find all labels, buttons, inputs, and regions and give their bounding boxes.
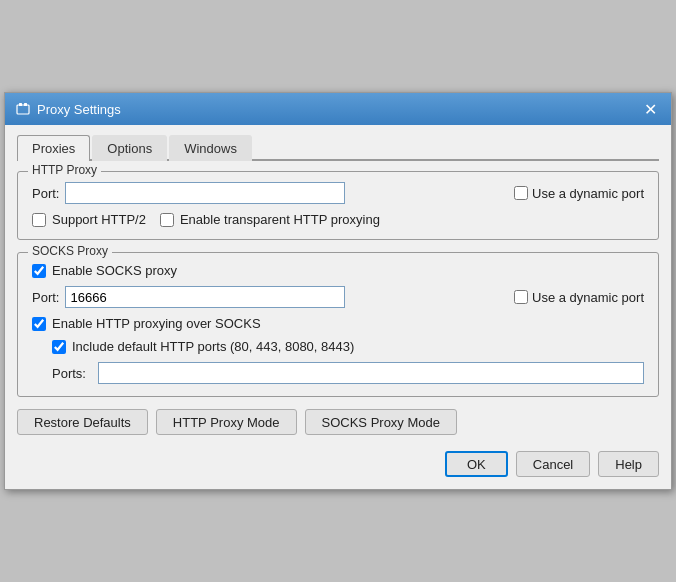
svg-rect-0 [17, 105, 29, 114]
socks-proxy-legend: SOCKS Proxy [28, 244, 112, 258]
enable-socks-label: Enable SOCKS proxy [52, 263, 177, 278]
http-proxy-legend: HTTP Proxy [28, 163, 101, 177]
http-port-label: Port: [32, 186, 59, 201]
http-over-socks-label: Enable HTTP proxying over SOCKS [52, 316, 261, 331]
support-http2-checkbox[interactable] [32, 213, 46, 227]
http-port-row: Port: Use a dynamic port [32, 182, 644, 204]
mode-buttons-row: Restore Defaults HTTP Proxy Mode SOCKS P… [17, 409, 659, 435]
dialog-content: Proxies Options Windows HTTP Proxy Port:… [5, 125, 671, 489]
restore-defaults-button[interactable]: Restore Defaults [17, 409, 148, 435]
ports-input[interactable] [98, 362, 644, 384]
svg-rect-1 [19, 103, 22, 106]
transparent-checkbox[interactable] [160, 213, 174, 227]
enable-socks-checkbox[interactable] [32, 264, 46, 278]
window-title: Proxy Settings [37, 102, 121, 117]
http-proxy-group: HTTP Proxy Port: Use a dynamic port Supp… [17, 171, 659, 240]
help-button[interactable]: Help [598, 451, 659, 477]
window-icon [15, 101, 31, 117]
socks-port-input[interactable] [65, 286, 345, 308]
support-http2-label: Support HTTP/2 [52, 212, 146, 227]
tab-windows[interactable]: Windows [169, 135, 252, 161]
transparent-label: Enable transparent HTTP proxying [180, 212, 380, 227]
socks-port-label: Port: [32, 290, 59, 305]
socks-dynamic-port-checkbox[interactable] [514, 290, 528, 304]
http-port-input[interactable] [65, 182, 345, 204]
proxy-settings-window: Proxy Settings ✕ Proxies Options Windows… [4, 92, 672, 490]
dialog-buttons-row: OK Cancel Help [17, 451, 659, 477]
ports-input-row: Ports: [52, 362, 644, 384]
ok-button[interactable]: OK [445, 451, 508, 477]
svg-rect-2 [24, 103, 27, 106]
include-ports-label: Include default HTTP ports (80, 443, 808… [72, 339, 354, 354]
http-dynamic-port-checkbox[interactable] [514, 186, 528, 200]
cancel-button[interactable]: Cancel [516, 451, 590, 477]
include-ports-checkbox[interactable] [52, 340, 66, 354]
socks-dynamic-port-label: Use a dynamic port [532, 290, 644, 305]
tab-proxies[interactable]: Proxies [17, 135, 90, 161]
http-over-socks-row: Enable HTTP proxying over SOCKS [32, 316, 644, 331]
socks-proxy-group: SOCKS Proxy Enable SOCKS proxy Port: Use… [17, 252, 659, 397]
http-over-socks-checkbox[interactable] [32, 317, 46, 331]
ports-label: Ports: [52, 366, 92, 381]
close-button[interactable]: ✕ [639, 98, 661, 120]
socks-port-row: Port: Use a dynamic port [32, 286, 644, 308]
tab-options[interactable]: Options [92, 135, 167, 161]
socks-proxy-mode-button[interactable]: SOCKS Proxy Mode [305, 409, 458, 435]
include-ports-row: Include default HTTP ports (80, 443, 808… [52, 339, 644, 354]
http-proxy-mode-button[interactable]: HTTP Proxy Mode [156, 409, 297, 435]
http-options-row: Support HTTP/2 Enable transparent HTTP p… [32, 212, 644, 227]
http-dynamic-port-label: Use a dynamic port [532, 186, 644, 201]
tab-bar: Proxies Options Windows [17, 133, 659, 161]
title-bar: Proxy Settings ✕ [5, 93, 671, 125]
enable-socks-row: Enable SOCKS proxy [32, 263, 644, 278]
